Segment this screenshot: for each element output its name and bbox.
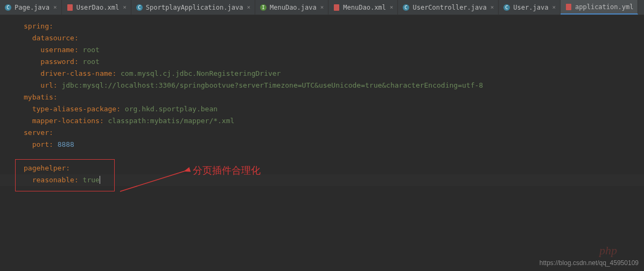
tab-label: MenuDao.xml (343, 4, 386, 11)
code-line: password: root (0, 56, 644, 68)
java-class-icon: C (402, 4, 410, 11)
tab-userdao-xml[interactable]: UserDao.xml × (62, 0, 131, 15)
watermark-url: https://blog.csdn.net/qq_45950109 (540, 259, 639, 267)
code-line (0, 151, 644, 162)
yml-file-icon (565, 3, 572, 11)
code-line: server: (0, 127, 644, 139)
svg-text:C: C (6, 5, 9, 10)
svg-text:I: I (262, 5, 264, 10)
tab-page-java[interactable]: C Page.java × (0, 0, 62, 15)
close-icon[interactable]: × (123, 4, 127, 11)
editor-tabs: C Page.java × UserDao.xml × C SportplayA… (0, 0, 644, 15)
code-line-active: reasonable: true (0, 174, 644, 186)
close-icon[interactable]: × (247, 4, 250, 11)
svg-rect-2 (67, 4, 73, 11)
java-class-icon: C (136, 4, 143, 11)
close-icon[interactable]: × (552, 4, 556, 11)
code-line: pagehelper: (0, 162, 644, 174)
tab-menudao-java[interactable]: I MenuDao.java × (255, 0, 328, 15)
tab-label: application.yml (575, 3, 633, 11)
svg-text:C: C (506, 5, 508, 10)
close-icon[interactable]: × (390, 4, 394, 11)
java-interface-icon: I (260, 4, 267, 11)
code-line: mapper-locations: classpath:mybatis/mapp… (0, 115, 644, 127)
tab-label: Page.java (15, 4, 50, 11)
svg-rect-7 (334, 4, 339, 11)
java-class-icon: C (503, 4, 510, 11)
tab-label: SportplayApplication.java (146, 4, 243, 11)
code-line: type-aliases-package: org.hkd.sportplay.… (0, 103, 644, 115)
tab-sportplay-app[interactable]: C SportplayApplication.java × (131, 0, 255, 15)
tab-menudao-xml[interactable]: MenuDao.xml × (328, 0, 398, 15)
code-line: url: jdbc:mysql://localhost:3306/springb… (0, 80, 644, 91)
tab-label: MenuDao.java (270, 4, 317, 11)
java-class-icon: C (4, 4, 12, 11)
svg-text:C: C (405, 5, 408, 10)
xml-file-icon (333, 4, 340, 11)
annotation-text: 分页插件合理化 (193, 165, 261, 176)
code-line: port: 8888 (0, 139, 644, 151)
code-line: driver-class-name: com.mysql.cj.jdbc.Non… (0, 68, 644, 80)
tab-label: User.java (513, 4, 548, 11)
svg-rect-12 (566, 4, 571, 10)
tab-application-yml[interactable]: application.yml (561, 0, 638, 15)
watermark-logo: php (599, 244, 617, 258)
code-line: username: root (0, 44, 644, 56)
close-icon[interactable]: × (491, 4, 494, 11)
tab-usercontroller[interactable]: C UserController.java × (398, 0, 499, 15)
tab-label: UserController.java (412, 4, 486, 11)
code-line: spring: (0, 20, 644, 32)
xml-file-icon (66, 4, 74, 11)
svg-text:C: C (138, 5, 141, 10)
tab-user-java[interactable]: C User.java × (499, 0, 561, 15)
code-line: datasource: (0, 32, 644, 44)
close-icon[interactable]: × (320, 4, 324, 11)
code-editor[interactable]: spring: datasource: username: root passw… (0, 15, 644, 186)
close-icon[interactable]: × (53, 4, 57, 11)
tab-label: UserDao.xml (76, 4, 119, 11)
code-line: mybatis: (0, 91, 644, 103)
